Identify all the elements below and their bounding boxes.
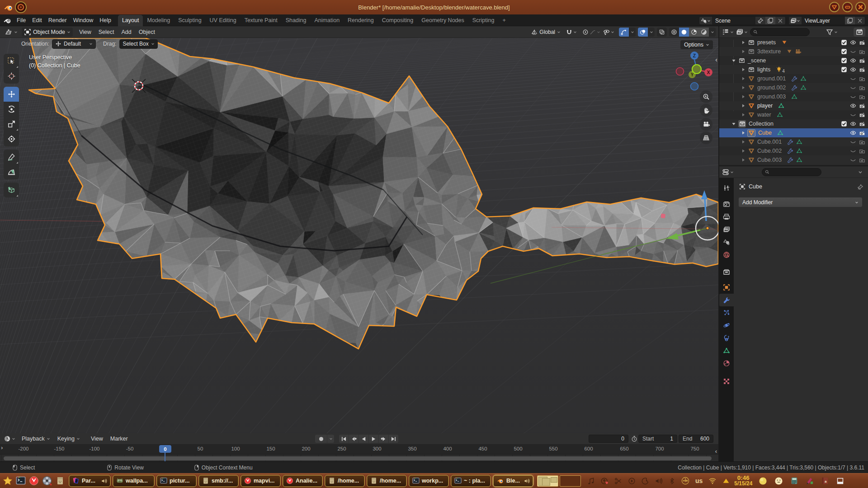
tray-ball-icon[interactable]: [759, 477, 767, 485]
show-object-types-dropdown[interactable]: [600, 28, 617, 37]
view-layer-selector[interactable]: ViewLayer: [788, 16, 865, 25]
taskbar-window-mapview[interactable]: mapvi...: [241, 475, 281, 487]
workspace-tab-uv-editing[interactable]: UV Editing: [206, 15, 241, 26]
checkbox-on-icon[interactable]: [841, 66, 847, 73]
eye-closed-icon[interactable]: [850, 139, 856, 145]
tab-particles[interactable]: [719, 306, 734, 319]
shading-solid-button[interactable]: [679, 28, 689, 37]
eye-closed-icon[interactable]: [850, 48, 856, 55]
eye-closed-icon[interactable]: [850, 112, 856, 118]
taskbar-window-wallpaper[interactable]: wallpa...: [113, 475, 155, 487]
timeline-menu-playback[interactable]: Playback: [18, 434, 54, 444]
workspace-tab-add[interactable]: +: [498, 15, 509, 26]
tab-texture[interactable]: [719, 375, 734, 388]
launcher-media-player[interactable]: [42, 475, 52, 486]
options-dropdown[interactable]: Options: [680, 40, 713, 49]
eye-open-icon[interactable]: [850, 130, 856, 136]
tab-world[interactable]: [719, 249, 734, 261]
tray-dictionary-icon[interactable]: [821, 477, 829, 485]
tray-nightlight-icon[interactable]: [642, 477, 649, 485]
taskbar-window-parole[interactable]: Par...: [69, 475, 111, 487]
workspace-tab-sculpting[interactable]: Sculpting: [174, 15, 205, 26]
outliner-row-cube-003[interactable]: Cube.003: [719, 155, 868, 164]
taskbar-window-pictures[interactable]: pictur...: [156, 475, 197, 487]
current-frame-field[interactable]: 0: [589, 435, 628, 443]
auto-key-button[interactable]: [315, 435, 327, 443]
taskbar-window-blender[interactable]: Ble...: [493, 475, 533, 487]
workspace-tab-scripting[interactable]: Scripting: [468, 15, 499, 26]
scene-unlink-button[interactable]: [775, 17, 785, 24]
shading-dropdown[interactable]: [709, 28, 716, 37]
previous-keyframe-button[interactable]: [349, 435, 359, 443]
workspace-tab-modeling[interactable]: Modeling: [143, 15, 174, 26]
workspace-tab-texture-paint[interactable]: Texture Paint: [241, 15, 282, 26]
pin-icon[interactable]: [857, 184, 863, 190]
taskbar-window-home-1[interactable]: /home...: [325, 475, 365, 487]
menu-help[interactable]: Help: [96, 15, 114, 25]
workspace-tab-layout[interactable]: Layout: [118, 15, 143, 26]
view-layer-remove-button[interactable]: [855, 17, 865, 24]
outliner-row-ground-003[interactable]: ground.003: [719, 92, 868, 101]
shading-material-button[interactable]: [689, 28, 699, 37]
camera-off-icon[interactable]: [859, 157, 865, 163]
tab-object-data[interactable]: [719, 344, 734, 357]
scene-selector[interactable]: Scene: [699, 16, 786, 25]
camera-off-icon[interactable]: [859, 148, 865, 154]
properties-search-input[interactable]: [771, 169, 818, 175]
blender-app-menu-icon[interactable]: [3, 17, 12, 24]
eye-open-icon[interactable]: [850, 103, 856, 109]
gizmo-axis-z-neg[interactable]: [691, 83, 698, 90]
eye-closed-icon[interactable]: [850, 157, 856, 163]
new-collection-button[interactable]: [854, 28, 865, 37]
tray-clipboard-icon[interactable]: [614, 477, 622, 485]
outliner-row-water[interactable]: water: [719, 110, 868, 119]
overlays-toggle[interactable]: [638, 28, 648, 37]
launcher-terminal[interactable]: [15, 475, 26, 486]
tab-render[interactable]: [719, 198, 734, 211]
shading-rendered-button[interactable]: [699, 28, 709, 37]
checkbox-on-icon[interactable]: [841, 121, 847, 127]
taskbar-window-smb[interactable]: smb://...: [198, 475, 239, 487]
pan-button[interactable]: [700, 104, 712, 117]
outliner-row-scene[interactable]: _scene: [719, 56, 868, 65]
taskbar-window-terminal-play[interactable]: ~ : pla...: [451, 475, 491, 487]
tray-updates-available-icon[interactable]: [722, 477, 730, 484]
pager-workspace-1[interactable]: [537, 475, 558, 487]
xray-toggle[interactable]: [657, 28, 667, 37]
eye-closed-icon[interactable]: [850, 75, 856, 82]
workspace-tab-compositing[interactable]: Compositing: [378, 15, 417, 26]
tray-music-icon[interactable]: [587, 477, 595, 485]
outliner-row-cube-001[interactable]: Cube.001: [719, 137, 868, 146]
jump-to-end-button[interactable]: [389, 435, 398, 443]
taskbar-window-workspace[interactable]: workp...: [409, 475, 449, 487]
viewport-3d-canvas[interactable]: [0, 26, 718, 433]
drag-dropdown[interactable]: Select Box: [119, 39, 157, 49]
tray-bluetooth-icon[interactable]: [669, 477, 675, 485]
stopwatch-icon[interactable]: [631, 436, 637, 442]
tool-scale[interactable]: [4, 117, 19, 131]
window-titlebar[interactable]: Blender* [/home/amalie/Desktop/blender/w…: [0, 0, 868, 14]
camera-on-icon[interactable]: [859, 121, 865, 127]
gizmos-dropdown[interactable]: [629, 28, 636, 37]
outliner-editor-type[interactable]: [722, 28, 734, 36]
properties-search[interactable]: [762, 168, 821, 176]
tool-move[interactable]: [4, 87, 19, 102]
camera-off-icon[interactable]: [859, 48, 865, 55]
sidebar-collapse-arrow[interactable]: ‹: [715, 56, 717, 63]
playhead[interactable]: 0: [159, 445, 171, 453]
menu-window[interactable]: Window: [70, 15, 96, 25]
orientation-dropdown[interactable]: Default: [52, 39, 96, 49]
tab-output[interactable]: [719, 211, 734, 223]
workspace-tab-shading[interactable]: Shading: [282, 15, 311, 26]
viewport-menu-add[interactable]: Add: [118, 27, 135, 37]
view-layer-new-button[interactable]: [845, 17, 855, 24]
overlays-dropdown[interactable]: [648, 28, 655, 37]
tab-collection[interactable]: [719, 266, 734, 278]
tab-physics[interactable]: [719, 319, 734, 332]
tab-scene[interactable]: [719, 236, 734, 249]
tray-window-icon[interactable]: [836, 477, 844, 485]
jump-to-start-button[interactable]: [339, 435, 349, 443]
outliner-row-ground-001[interactable]: ground.001: [719, 74, 868, 83]
timeline-menu-keying[interactable]: Keying: [54, 434, 84, 444]
outliner-row-player[interactable]: player: [719, 101, 868, 110]
